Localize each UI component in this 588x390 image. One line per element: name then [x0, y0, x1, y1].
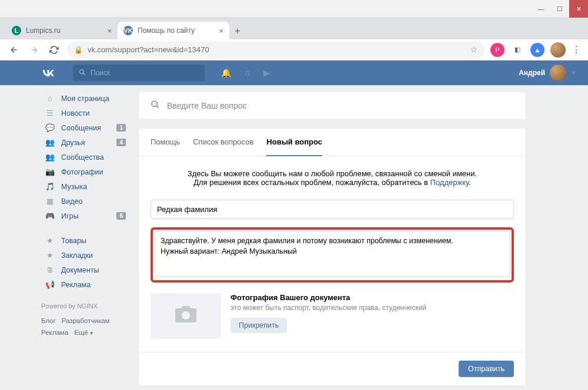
support-link[interactable]: Поддержку [430, 178, 469, 187]
header-icons: 🔔 ♫ ▶ [221, 68, 270, 78]
footer-link[interactable]: Ещё▼ [74, 329, 93, 336]
sidebar-item[interactable]: 📢Реклама [41, 277, 129, 292]
sidebar: ⌂Моя страница☰Новости💬Сообщения1👥Друзья4… [41, 91, 129, 390]
lock-icon: 🔒 [74, 46, 83, 54]
sidebar-item[interactable]: ☰Новости [41, 106, 129, 120]
extension-icon-2[interactable]: ◧ [510, 43, 524, 57]
sidebar-item-icon: ▦ [45, 197, 55, 206]
sidebar-item-label: Реклама [61, 281, 91, 289]
footer-link[interactable]: Реклама [41, 329, 68, 336]
chevron-down-icon: ▼ [571, 70, 576, 76]
sidebar-item[interactable]: 👥Друзья4 [41, 135, 129, 150]
sidebar-item-label: Музыка [61, 183, 87, 191]
sidebar-item[interactable]: 🗎Документы [41, 263, 129, 277]
minimize-button[interactable]: — [532, 0, 550, 18]
close-tab-icon[interactable]: × [219, 26, 223, 35]
sidebar-item-label: Товары [61, 237, 86, 245]
sidebar-item-icon: 👥 [45, 138, 55, 147]
sidebar-item-icon: ★ [45, 251, 55, 260]
sidebar-item[interactable]: ★Товары [41, 233, 129, 248]
browser-tab[interactable]: LLumpics.ru× [6, 22, 118, 39]
sidebar-item[interactable]: ⌂Моя страница [41, 91, 129, 106]
sidebar-item-icon: 👥 [45, 153, 55, 162]
support-tabs: ПомощьСписок вопросовНовый вопрос [139, 129, 526, 156]
highlighted-textarea [151, 227, 514, 283]
star-icon[interactable]: ☆ [470, 45, 477, 54]
doc-title: Фотография Вашего документа [230, 293, 426, 302]
footer-link[interactable]: Разработчикам [62, 317, 110, 324]
close-button[interactable]: ✕ [569, 0, 588, 18]
search-icon [79, 69, 86, 78]
browser-menu[interactable]: ⋮ [572, 44, 581, 55]
powered-by: Powered by NGINX [41, 302, 129, 310]
support-tab[interactable]: Новый вопрос [266, 129, 322, 156]
message-textarea[interactable] [154, 231, 510, 277]
sidebar-item[interactable]: 👥Сообщества [41, 150, 129, 164]
address-bar[interactable]: 🔒 vk.com/support?act=new&id=13470 ☆ [67, 42, 485, 58]
extension-icon-3[interactable]: ▲ [530, 43, 544, 57]
intro-text: Здесь Вы можете сообщить нам о любой про… [174, 169, 490, 187]
extension-icon-1[interactable]: P [490, 43, 505, 57]
footer-links: БлогРазработчикамРекламаЕщё▼ [41, 315, 129, 338]
support-form-card: ПомощьСписок вопросовНовый вопрос Здесь … [138, 128, 526, 386]
sidebar-item-icon: ★ [45, 236, 55, 245]
sidebar-item[interactable]: 📷Фотографии [41, 164, 129, 179]
sidebar-item-icon: ☰ [45, 109, 55, 117]
sidebar-item-label: Сообщества [61, 153, 104, 162]
svg-point-0 [80, 69, 84, 73]
browser-tab[interactable]: VKПомощь по сайту× [118, 22, 229, 39]
forward-button[interactable] [27, 43, 41, 57]
new-tab-button[interactable]: + [229, 23, 246, 39]
faq-search-placeholder: Введите Ваш вопрос [167, 101, 246, 110]
play-icon[interactable]: ▶ [263, 68, 270, 78]
tab-title: Помощь по сайту [138, 26, 195, 35]
favicon: VK [123, 26, 133, 35]
sidebar-item-icon: ⌂ [45, 94, 55, 103]
sidebar-item[interactable]: 🎮Игры6 [41, 209, 129, 223]
bell-icon[interactable]: 🔔 [221, 68, 231, 78]
document-row: Фотография Вашего документа это может бы… [151, 293, 514, 339]
sidebar-item-label: Сообщения [61, 124, 101, 132]
subject-input[interactable] [151, 200, 514, 219]
sidebar-item-label: Закладки [61, 251, 93, 260]
window-titlebar: — ☐ ✕ [0, 0, 588, 18]
music-icon[interactable]: ♫ [244, 68, 250, 78]
user-avatar [550, 65, 566, 81]
badge: 4 [116, 139, 126, 146]
main-content: Введите Ваш вопрос ПомощьСписок вопросов… [138, 91, 526, 390]
svg-point-2 [182, 311, 190, 320]
sidebar-item-icon: 📢 [45, 280, 55, 289]
sidebar-separator [41, 228, 129, 228]
doc-subtitle: это может быть паспорт, водительские пра… [230, 304, 426, 312]
support-tab[interactable]: Помощь [151, 129, 180, 156]
username: Андрей [519, 69, 545, 77]
svg-point-1 [152, 101, 157, 106]
attach-button[interactable]: Прикрепить [230, 318, 287, 333]
back-button[interactable] [7, 43, 21, 57]
header-user[interactable]: Андрей ▼ [519, 65, 576, 81]
vk-logo[interactable] [41, 68, 55, 78]
profile-avatar[interactable] [550, 42, 566, 58]
sidebar-item-icon: 🎵 [45, 182, 55, 191]
sidebar-item-label: Друзья [61, 139, 85, 147]
maximize-button[interactable]: ☐ [550, 0, 569, 18]
camera-icon [175, 306, 196, 327]
close-tab-icon[interactable]: × [107, 26, 112, 35]
browser-toolbar: 🔒 vk.com/support?act=new&id=13470 ☆ P ◧ … [0, 39, 588, 60]
badge: 6 [116, 212, 126, 220]
vk-header: Поиск 🔔 ♫ ▶ Андрей ▼ [0, 60, 588, 85]
vk-page: Поиск 🔔 ♫ ▶ Андрей ▼ ⌂Моя страница☰Новос… [0, 60, 588, 390]
faq-search-box[interactable]: Введите Ваш вопрос [138, 91, 526, 120]
vk-search-box[interactable]: Поиск [73, 65, 205, 81]
sidebar-item[interactable]: 💬Сообщения1 [41, 120, 129, 135]
support-tab[interactable]: Список вопросов [193, 129, 253, 156]
submit-button[interactable]: Отправить [459, 361, 514, 377]
reload-button[interactable] [47, 43, 61, 57]
footer-link[interactable]: Блог [41, 317, 56, 324]
sidebar-item-label: Документы [61, 266, 99, 274]
sidebar-item[interactable]: ▦Видео [41, 194, 129, 209]
sidebar-item[interactable]: ★Закладки [41, 248, 129, 263]
sidebar-item[interactable]: 🎵Музыка [41, 179, 129, 194]
tab-title: Lumpics.ru [26, 26, 61, 35]
sidebar-item-icon: 🗎 [45, 265, 55, 274]
